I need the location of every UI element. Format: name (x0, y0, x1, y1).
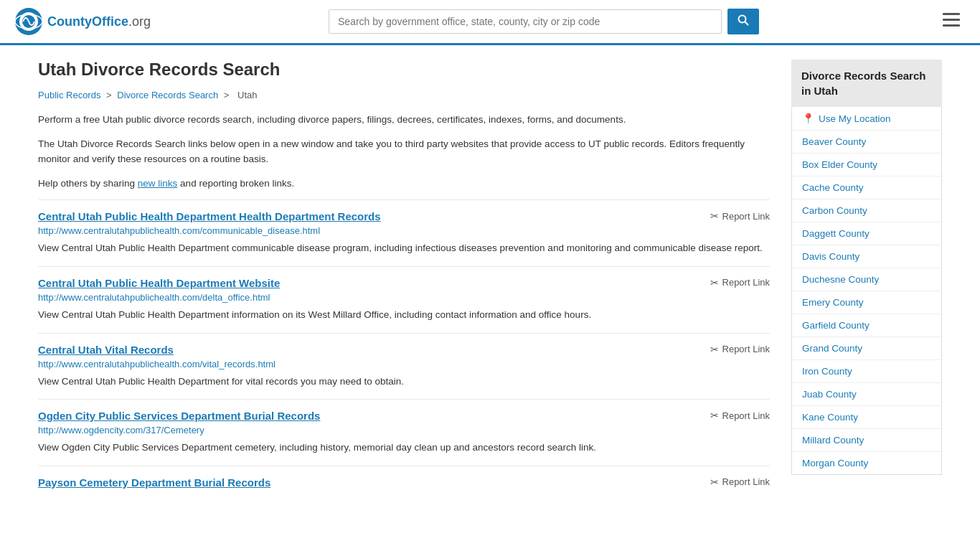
report-link-button[interactable]: ✂ Report Link (710, 476, 770, 488)
breadcrumb-public-records[interactable]: Public Records (38, 90, 100, 100)
report-link-button[interactable]: ✂ Report Link (710, 410, 770, 421)
sidebar-link-emery[interactable]: Emery County (792, 291, 941, 314)
search-button[interactable] (727, 9, 759, 34)
sidebar-link-beaver[interactable]: Beaver County (792, 131, 941, 154)
sidebar-link-cache[interactable]: Cache County (792, 176, 941, 199)
sidebar-link-grand[interactable]: Grand County (792, 337, 941, 360)
header: CountyOffice.org (0, 0, 980, 45)
result-header: Payson Cemetery Department Burial Record… (38, 476, 770, 489)
result-title[interactable]: Central Utah Public Health Department We… (38, 277, 280, 289)
result-desc: View Ogden City Public Services Departme… (38, 440, 770, 456)
sidebar-title: Divorce Records Search in Utah (791, 60, 942, 107)
result-item: Central Utah Public Health Department We… (38, 266, 770, 333)
result-url[interactable]: http://www.centralutahpublichealth.com/v… (38, 359, 770, 369)
use-my-location[interactable]: 📍 Use My Location (792, 107, 941, 131)
svg-point-4 (739, 16, 746, 23)
breadcrumb-utah: Utah (237, 90, 257, 100)
result-item: Payson Cemetery Department Burial Record… (38, 466, 770, 499)
result-desc: View Central Utah Public Health Departme… (38, 240, 770, 256)
results-list: Central Utah Public Health Department He… (38, 199, 770, 498)
result-url[interactable]: http://www.centralutahpublichealth.com/c… (38, 225, 770, 236)
result-header: Ogden City Public Services Department Bu… (38, 410, 770, 422)
result-header: Central Utah Vital Records ✂ Report Link (38, 344, 770, 356)
svg-line-5 (745, 22, 749, 26)
result-title[interactable]: Central Utah Public Health Department He… (38, 210, 381, 222)
sidebar-link-box-elder[interactable]: Box Elder County (792, 154, 941, 176)
sidebar: Divorce Records Search in Utah 📍 Use My … (791, 60, 942, 499)
search-icon (738, 14, 749, 26)
result-title[interactable]: Payson Cemetery Department Burial Record… (38, 476, 270, 489)
report-icon: ✂ (710, 277, 719, 288)
new-links-link[interactable]: new links (138, 178, 178, 189)
result-item: Central Utah Vital Records ✂ Report Link… (38, 333, 770, 400)
sidebar-link-garfield[interactable]: Garfield County (792, 314, 941, 337)
result-desc: View Central Utah Public Health Departme… (38, 307, 770, 323)
breadcrumb: Public Records > Divorce Records Search … (38, 90, 770, 100)
sidebar-link-daggett[interactable]: Daggett County (792, 222, 941, 245)
result-item: Central Utah Public Health Department He… (38, 199, 770, 266)
sidebar-link-duchesne[interactable]: Duchesne County (792, 268, 941, 291)
content-area: Utah Divorce Records Search Public Recor… (38, 60, 770, 499)
description-3: Help others by sharing new links and rep… (38, 176, 770, 192)
report-icon: ✂ (710, 344, 719, 355)
use-my-location-label: Use My Location (819, 113, 891, 124)
result-title[interactable]: Ogden City Public Services Department Bu… (38, 410, 320, 422)
result-item: Ogden City Public Services Department Bu… (38, 399, 770, 466)
report-link-button[interactable]: ✂ Report Link (710, 210, 770, 222)
sidebar-link-carbon[interactable]: Carbon County (792, 199, 941, 222)
sidebar-content: 📍 Use My Location Beaver County Box Elde… (791, 107, 942, 475)
main-container: Utah Divorce Records Search Public Recor… (24, 45, 956, 527)
result-header: Central Utah Public Health Department He… (38, 210, 770, 222)
sidebar-link-morgan[interactable]: Morgan County (792, 452, 941, 474)
svg-rect-8 (943, 24, 960, 27)
logo-text: CountyOffice.org (47, 14, 151, 29)
svg-rect-6 (943, 13, 960, 15)
search-input[interactable] (329, 9, 722, 34)
report-icon: ✂ (710, 210, 719, 222)
svg-rect-7 (943, 19, 960, 21)
result-title[interactable]: Central Utah Vital Records (38, 344, 174, 356)
page-title: Utah Divorce Records Search (38, 60, 770, 80)
sidebar-link-millard[interactable]: Millard County (792, 429, 941, 452)
description-1: Perform a free Utah public divorce recor… (38, 112, 770, 128)
location-pin-icon: 📍 (802, 113, 814, 124)
sidebar-link-kane[interactable]: Kane County (792, 406, 941, 429)
sidebar-link-iron[interactable]: Iron County (792, 360, 941, 383)
report-icon: ✂ (710, 410, 719, 421)
result-desc: View Central Utah Public Health Departme… (38, 374, 770, 390)
sidebar-link-davis[interactable]: Davis County (792, 245, 941, 268)
result-header: Central Utah Public Health Department We… (38, 277, 770, 289)
breadcrumb-divorce-records[interactable]: Divorce Records Search (117, 90, 218, 100)
menu-button[interactable] (937, 10, 966, 34)
logo-icon (14, 7, 43, 36)
result-url[interactable]: http://www.centralutahpublichealth.com/d… (38, 292, 770, 303)
report-icon: ✂ (710, 476, 719, 488)
report-link-button[interactable]: ✂ Report Link (710, 277, 770, 288)
sidebar-link-juab[interactable]: Juab County (792, 383, 941, 406)
description-2: The Utah Divorce Records Search links be… (38, 136, 770, 167)
report-link-button[interactable]: ✂ Report Link (710, 344, 770, 355)
search-area (329, 9, 759, 34)
result-url[interactable]: http://www.ogdencity.com/317/Cemetery (38, 425, 770, 435)
logo-area: CountyOffice.org (14, 7, 151, 36)
hamburger-icon (943, 13, 960, 27)
